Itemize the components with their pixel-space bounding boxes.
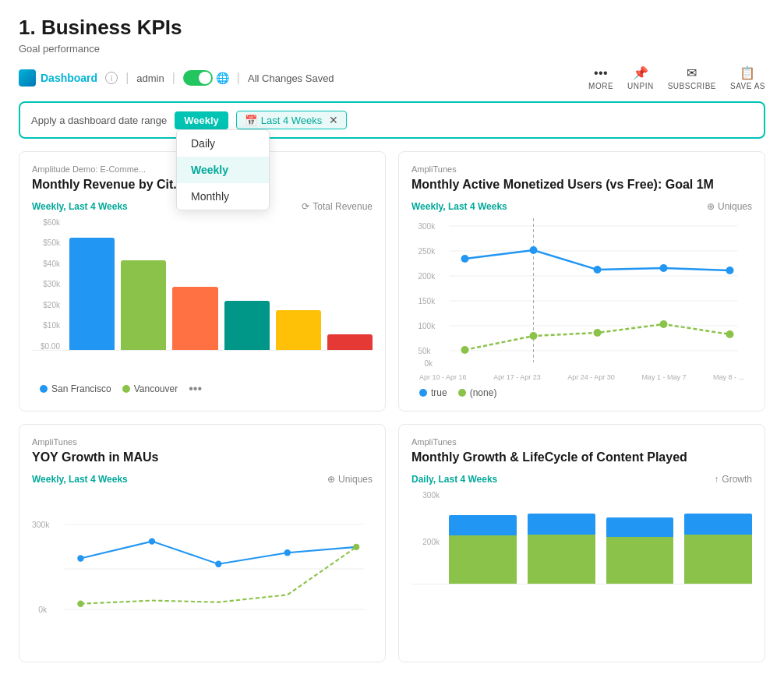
legend-sf: San Francisco [40, 383, 111, 394]
svg-point-19 [461, 346, 469, 354]
page-subtitle: Goal performance [19, 43, 765, 55]
card-metric-2: ⊕ Uniques [707, 201, 752, 212]
dropdown-item-weekly[interactable]: Weekly [177, 157, 269, 183]
chart-card-lifecycle: AmpliTunes Monthly Growth & LifeCycle of… [398, 424, 765, 662]
subscribe-icon: ✉ [687, 65, 697, 80]
card-source-4: AmpliTunes [411, 437, 752, 447]
svg-point-32 [284, 549, 291, 556]
line-chart-container-3: 300k 0k [32, 491, 373, 649]
uniques-icon-2: ⊕ [707, 201, 715, 212]
svg-point-16 [594, 266, 602, 274]
save-as-button[interactable]: 📋 SAVE AS [730, 65, 765, 90]
svg-text:100k: 100k [418, 322, 436, 330]
svg-point-15 [530, 246, 538, 254]
svg-text:300k: 300k [32, 521, 50, 529]
svg-point-22 [660, 320, 668, 328]
bar-tea [224, 301, 270, 350]
subscribe-button[interactable]: ✉ SUBSCRIBE [668, 65, 716, 90]
dropdown-item-daily[interactable]: Daily [177, 130, 269, 157]
bar-red [327, 334, 373, 350]
separator-2: | [172, 71, 175, 85]
dashboard-label[interactable]: Dashboard [41, 72, 97, 84]
bar-chart-container: $60k $50k $40k $30k $20k $10k $0.00 [32, 218, 373, 374]
stacked-bar-2 [528, 491, 595, 584]
revenue-icon: ⟳ [302, 201, 309, 212]
svg-text:300k: 300k [418, 222, 436, 231]
close-chip-icon[interactable]: ✕ [329, 114, 338, 126]
bar-green-4 [684, 535, 752, 584]
card-metric-4: ↑ Growth [714, 474, 752, 485]
y-axis-1: $60k $50k $40k $30k $20k $10k $0.00 [32, 218, 63, 351]
svg-point-31 [215, 560, 221, 567]
svg-text:0k: 0k [425, 359, 434, 368]
date-chip[interactable]: 📅 Last 4 Weeks ✕ [236, 111, 348, 129]
x-labels-2: Apr 10 - Apr 16 Apr 17 - Apr 23 Apr 24 -… [411, 373, 752, 381]
globe-icon: 🌐 [216, 72, 229, 84]
dashboard-logo: Dashboard [19, 69, 97, 87]
toolbar-right: ••• MORE 📌 UNPIN ✉ SUBSCRIBE 📋 SAVE AS [588, 65, 765, 90]
weekly-button[interactable]: Weekly [175, 111, 228, 129]
bar-green-2 [528, 535, 595, 584]
svg-point-29 [77, 555, 83, 561]
card-title-2: Monthly Active Monetized Users (vs Free)… [411, 177, 752, 193]
bar-blue-3 [606, 517, 674, 538]
toolbar: Dashboard i | admin | 🌐 | All Changes Sa… [19, 65, 765, 90]
chip-label: Last 4 Weeks [261, 115, 323, 126]
line-chart-container-2: 300k 250k 200k 150k 100k 50k 0k [411, 218, 752, 381]
calendar-icon: 📅 [245, 115, 257, 126]
svg-point-20 [530, 332, 538, 340]
bar-ora [172, 287, 217, 350]
subscribe-label: SUBSCRIBE [668, 82, 716, 90]
saved-label: All Changes Saved [248, 72, 334, 84]
chart-legend-1: San Francisco Vancouver ••• [32, 382, 373, 396]
card-metric-1: ⟳ Total Revenue [302, 201, 373, 212]
more-button[interactable]: ••• MORE [588, 66, 613, 90]
bar-sf [69, 238, 115, 350]
dashboard-grid: Amplitude Demo: E-Comme... Monthly Reven… [19, 151, 765, 662]
svg-text:200k: 200k [418, 272, 436, 281]
svg-text:50k: 50k [418, 347, 432, 355]
separator-1: | [125, 71, 129, 85]
page-title: 1. Business KPIs [19, 16, 765, 40]
page-container: 1. Business KPIs Goal performance Dashbo… [0, 0, 784, 678]
svg-point-18 [726, 267, 734, 274]
svg-point-30 [149, 538, 155, 544]
save-as-icon: 📋 [740, 65, 756, 80]
svg-point-23 [726, 330, 734, 338]
legend-dot-true [419, 389, 427, 397]
period-dropdown: Daily Weekly Monthly [176, 129, 270, 210]
legend-more-icon[interactable]: ••• [189, 382, 202, 396]
info-icon[interactable]: i [105, 72, 118, 84]
card-source-3: AmpliTunes [32, 437, 373, 447]
bar-green-1 [449, 535, 517, 584]
card-period-4: Daily, Last 4 Weeks [411, 474, 497, 485]
svg-point-21 [594, 329, 602, 337]
bar-blue-4 [684, 514, 752, 535]
y-axis-4: 300k 200k [411, 491, 443, 584]
toggle-switch[interactable] [183, 70, 213, 86]
legend-dot-none [458, 389, 466, 397]
svg-point-33 [77, 600, 83, 606]
stacked-bar-3 [606, 491, 674, 584]
bar-yel [276, 310, 321, 350]
legend-dot-sf [40, 385, 48, 393]
bar-blue-2 [528, 514, 595, 535]
unpin-label: UNPIN [627, 82, 654, 90]
amplitude-logo-icon [19, 69, 36, 87]
svg-point-34 [353, 543, 359, 549]
uniques-icon-3: ⊕ [327, 474, 335, 485]
growth-icon: ↑ [714, 474, 719, 485]
more-icon: ••• [594, 66, 608, 80]
unpin-button[interactable]: 📌 UNPIN [627, 65, 654, 90]
separator-3: | [237, 71, 240, 85]
apply-label: Apply a dashboard date range [31, 115, 167, 126]
card-metric-3: ⊕ Uniques [327, 474, 373, 485]
card-period-3: Weekly, Last 4 Weeks [32, 474, 128, 485]
dropdown-item-monthly[interactable]: Monthly [177, 183, 269, 210]
svg-text:150k: 150k [418, 297, 436, 305]
date-range-bar: Apply a dashboard date range Weekly 📅 La… [19, 101, 765, 139]
legend-dot-van [122, 385, 130, 393]
line-chart-svg-3: 300k 0k [32, 491, 373, 647]
card-title-3: YOY Growth in MAUs [32, 450, 373, 466]
unpin-icon: 📌 [633, 65, 649, 80]
